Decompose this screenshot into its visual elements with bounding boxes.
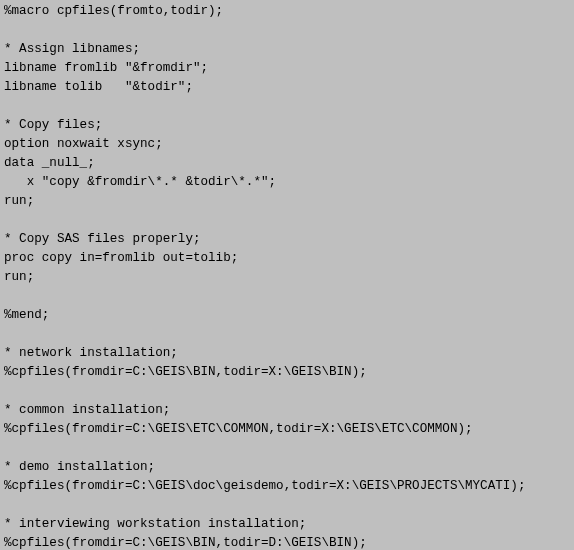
code-block: %macro cpfiles(fromto,todir); * Assign l…	[0, 0, 574, 550]
